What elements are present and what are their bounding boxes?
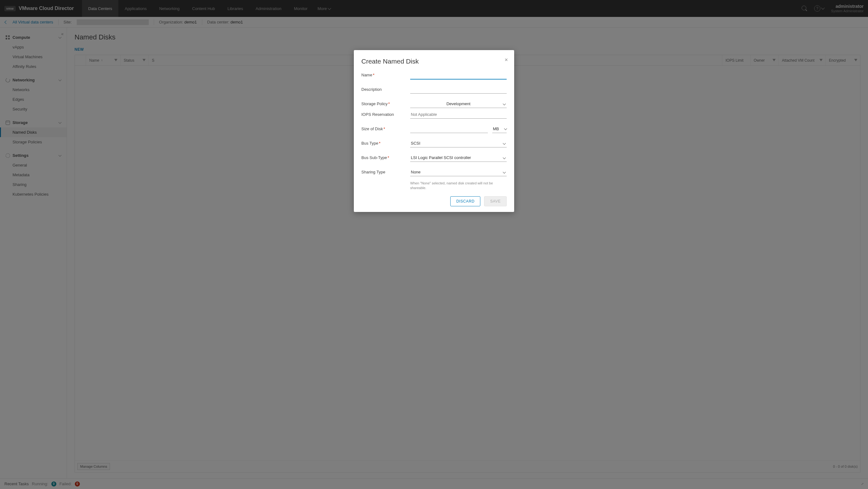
size-unit-value: MB xyxy=(493,127,499,131)
label-iops-reservation: IOPS Reservation xyxy=(361,111,410,117)
label-name: Name* xyxy=(361,71,410,77)
description-input[interactable] xyxy=(410,86,507,94)
size-input[interactable] xyxy=(410,125,488,133)
size-unit-select[interactable]: MB xyxy=(492,127,507,133)
bus-sub-type-select[interactable]: LSI Logic Parallel SCSI controller xyxy=(410,154,507,162)
label-sharing-type: Sharing Type xyxy=(361,168,410,174)
sharing-type-value: None xyxy=(410,168,507,176)
sharing-type-select[interactable]: None xyxy=(410,168,507,176)
bus-type-select[interactable]: SCSI xyxy=(410,140,507,148)
sharing-helper-text: When "None" selected, named disk created… xyxy=(410,181,507,191)
save-button[interactable]: SAVE xyxy=(484,196,507,206)
label-description: Description xyxy=(361,86,410,92)
modal-overlay: Create Named Disk × Name* Description St… xyxy=(0,0,868,489)
name-input[interactable] xyxy=(410,71,507,79)
discard-button[interactable]: DISCARD xyxy=(450,196,480,206)
bus-sub-type-value: LSI Logic Parallel SCSI controller xyxy=(410,154,507,162)
label-storage-policy: Storage Policy* xyxy=(361,100,410,106)
label-size-of-disk: Size of Disk* xyxy=(361,125,410,131)
storage-policy-select[interactable]: Development xyxy=(410,100,507,108)
chevron-down-icon xyxy=(504,127,507,130)
close-icon[interactable]: × xyxy=(504,57,508,63)
modal-title: Create Named Disk xyxy=(361,58,507,65)
label-bus-type: Bus Type* xyxy=(361,140,410,145)
label-bus-sub-type: Bus Sub-Type* xyxy=(361,154,410,160)
bus-type-value: SCSI xyxy=(410,140,507,148)
storage-policy-value: Development xyxy=(410,100,507,108)
create-named-disk-modal: Create Named Disk × Name* Description St… xyxy=(354,50,514,212)
iops-reservation-input xyxy=(410,111,507,119)
